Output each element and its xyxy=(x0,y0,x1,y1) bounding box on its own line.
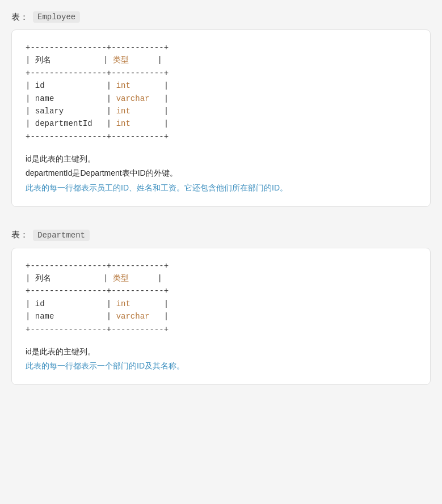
employee-table-name: Employee xyxy=(33,11,80,23)
employee-label: 表： xyxy=(11,12,28,23)
department-card: +----------------+-----------+ | 列名 | 类型… xyxy=(11,248,431,386)
department-schema: +----------------+-----------+ | 列名 | 类型… xyxy=(26,260,416,336)
employee-schema-line-0: +----------------+-----------+ | 列名 | 类型… xyxy=(26,43,169,141)
employee-descriptions: id是此表的主键列。 departmentId是Department表中ID的外… xyxy=(26,152,416,195)
employee-card: +----------------+-----------+ | 列名 | 类型… xyxy=(11,29,431,207)
department-section: 表： Department +----------------+--------… xyxy=(11,230,431,386)
department-table-name: Department xyxy=(33,230,90,241)
department-descriptions: id是此表的主键列。 此表的每一行都表示一个部门的ID及其名称。 xyxy=(26,345,416,373)
employee-desc-3: 此表的每一行都表示员工的ID、姓名和工资。它还包含他们所在部门的ID。 xyxy=(26,181,416,195)
department-desc-2: 此表的每一行都表示一个部门的ID及其名称。 xyxy=(26,359,416,373)
employee-desc-1: id是此表的主键列。 xyxy=(26,152,416,166)
department-schema-line-0: +----------------+-----------+ | 列名 | 类型… xyxy=(26,261,169,334)
employee-desc-2: departmentId是Department表中ID的外键。 xyxy=(26,166,416,180)
employee-label-row: 表： Employee xyxy=(11,11,431,23)
department-desc-1: id是此表的主键列。 xyxy=(26,345,416,359)
department-label: 表： xyxy=(11,230,28,240)
employee-schema: +----------------+-----------+ | 列名 | 类型… xyxy=(26,41,416,143)
department-label-row: 表： Department xyxy=(11,230,431,241)
employee-section: 表： Employee +----------------+----------… xyxy=(11,11,431,207)
